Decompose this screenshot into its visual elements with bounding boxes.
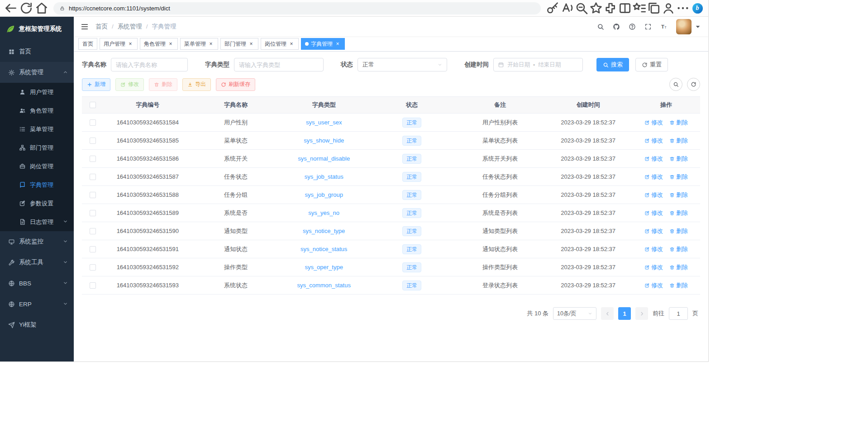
select-all-checkbox[interactable] [90, 102, 96, 108]
search-icon[interactable] [597, 23, 604, 30]
status-select[interactable]: 正常 [358, 58, 447, 71]
favorites-bar-icon[interactable] [632, 2, 647, 14]
hamburger-icon[interactable] [81, 23, 89, 31]
bing-icon[interactable]: b [690, 2, 705, 14]
delete-row-link[interactable]: 删除 [669, 173, 688, 181]
delete-button[interactable]: 删除 [149, 78, 177, 91]
read-aloud-icon[interactable] [560, 2, 574, 14]
prev-page-button[interactable] [601, 307, 614, 320]
tab-role[interactable]: 角色管理× [140, 38, 178, 50]
favorites-icon[interactable] [589, 2, 603, 14]
edit-row-link[interactable]: 修改 [644, 191, 663, 199]
sidebar-item-system[interactable]: 系统管理 [0, 62, 74, 83]
row-checkbox[interactable] [90, 282, 96, 289]
back-icon[interactable] [4, 2, 18, 14]
reset-button[interactable]: 重置 [635, 58, 668, 71]
sidebar-item-user[interactable]: 用户管理 [0, 83, 74, 101]
toggle-search-button[interactable] [669, 78, 682, 91]
row-checkbox[interactable] [90, 210, 96, 216]
key-icon[interactable] [545, 2, 560, 14]
delete-row-link[interactable]: 删除 [669, 263, 688, 271]
page-size-select[interactable]: 10条/页 [553, 307, 596, 320]
user-menu[interactable] [676, 19, 701, 34]
row-checkbox[interactable] [90, 192, 96, 198]
font-size-icon[interactable]: TT [660, 23, 668, 30]
edit-row-link[interactable]: 修改 [644, 281, 663, 290]
row-checkbox[interactable] [90, 119, 96, 126]
row-checkbox[interactable] [90, 264, 96, 271]
edit-row-link[interactable]: 修改 [644, 155, 663, 163]
search-button[interactable]: 搜索 [596, 58, 629, 71]
dict-type-link[interactable]: sys_oper_type [305, 264, 343, 271]
next-page-button[interactable] [635, 307, 648, 320]
edit-row-link[interactable]: 修改 [644, 263, 663, 271]
dict-type-link[interactable]: sys_notice_status [300, 246, 347, 252]
delete-row-link[interactable]: 删除 [669, 245, 688, 253]
edit-row-link[interactable]: 修改 [644, 119, 663, 127]
delete-row-link[interactable]: 删除 [669, 191, 688, 199]
dict-type-link[interactable]: sys_show_hide [304, 137, 344, 144]
sidebar-item-erp[interactable]: ERP [0, 294, 74, 314]
split-screen-icon[interactable] [618, 2, 632, 14]
edit-row-link[interactable]: 修改 [644, 209, 663, 217]
delete-row-link[interactable]: 删除 [669, 227, 688, 235]
tab-menu[interactable]: 菜单管理× [180, 38, 218, 50]
edit-button[interactable]: 修改 [115, 78, 144, 91]
sidebar-item-post[interactable]: 岗位管理 [0, 157, 74, 176]
close-icon[interactable]: × [334, 41, 341, 47]
sidebar-item-dept[interactable]: 部门管理 [0, 138, 74, 157]
sidebar-item-dict[interactable]: 字典管理 [0, 176, 74, 194]
refresh-cache-button[interactable]: 刷新缓存 [216, 78, 255, 91]
sidebar-item-monitor[interactable]: 系统监控 [0, 231, 74, 252]
add-button[interactable]: 新增 [82, 78, 110, 91]
dict-type-link[interactable]: sys_job_group [305, 191, 343, 198]
sidebar-item-menu[interactable]: 菜单管理 [0, 120, 74, 138]
dict-type-link[interactable]: sys_job_status [305, 173, 343, 180]
sidebar-item-log[interactable]: 日志管理 [0, 213, 74, 231]
sidebar-item-config[interactable]: 参数设置 [0, 194, 74, 213]
close-icon[interactable]: × [127, 41, 134, 47]
delete-row-link[interactable]: 删除 [669, 137, 688, 145]
tab-dict[interactable]: 字典管理× [301, 38, 345, 50]
goto-page-input[interactable] [669, 307, 688, 320]
delete-row-link[interactable]: 删除 [669, 119, 688, 127]
collections-icon[interactable] [647, 2, 661, 14]
dict-name-input[interactable] [111, 58, 188, 71]
home-icon[interactable] [34, 2, 49, 14]
breadcrumb-system[interactable]: 系统管理 [118, 23, 142, 31]
dict-type-input[interactable] [234, 58, 324, 71]
dict-type-link[interactable]: sys_normal_disable [298, 155, 350, 162]
row-checkbox[interactable] [90, 174, 96, 180]
close-icon[interactable]: × [208, 41, 214, 47]
page-1-button[interactable]: 1 [618, 307, 631, 320]
refresh-table-button[interactable] [687, 78, 700, 91]
help-icon[interactable] [629, 23, 636, 30]
edit-row-link[interactable]: 修改 [644, 173, 663, 181]
sidebar-item-home[interactable]: 首页 [0, 41, 74, 62]
delete-row-link[interactable]: 删除 [669, 209, 688, 217]
github-icon[interactable] [613, 23, 620, 30]
close-icon[interactable]: × [167, 41, 174, 47]
sidebar-item-tool[interactable]: 系统工具 [0, 252, 74, 273]
edit-row-link[interactable]: 修改 [644, 137, 663, 145]
row-checkbox[interactable] [90, 228, 96, 234]
row-checkbox[interactable] [90, 246, 96, 252]
row-checkbox[interactable] [90, 138, 96, 144]
sidebar-item-role[interactable]: 角色管理 [0, 101, 74, 120]
sidebar-item-bbs[interactable]: BBS [0, 273, 74, 294]
close-icon[interactable]: × [248, 41, 254, 47]
tab-home[interactable]: 首页 [78, 38, 97, 50]
url-text[interactable]: https://ccnetcore.com:1101/system/dict [69, 5, 170, 12]
delete-row-link[interactable]: 删除 [669, 155, 688, 163]
tab-dept[interactable]: 部门管理× [220, 38, 258, 50]
address-bar[interactable]: https://ccnetcore.com:1101/system/dict [53, 2, 541, 14]
close-icon[interactable]: × [288, 41, 295, 47]
date-range-picker[interactable]: 开始日期 - 结束日期 [493, 58, 583, 71]
zoom-icon[interactable] [574, 2, 589, 14]
fullscreen-icon[interactable] [644, 23, 652, 30]
export-button[interactable]: 导出 [182, 78, 211, 91]
dict-type-link[interactable]: sys_yes_no [308, 209, 339, 216]
avatar[interactable] [676, 19, 692, 34]
tab-post[interactable]: 岗位管理× [261, 38, 299, 50]
refresh-icon[interactable] [19, 2, 33, 14]
